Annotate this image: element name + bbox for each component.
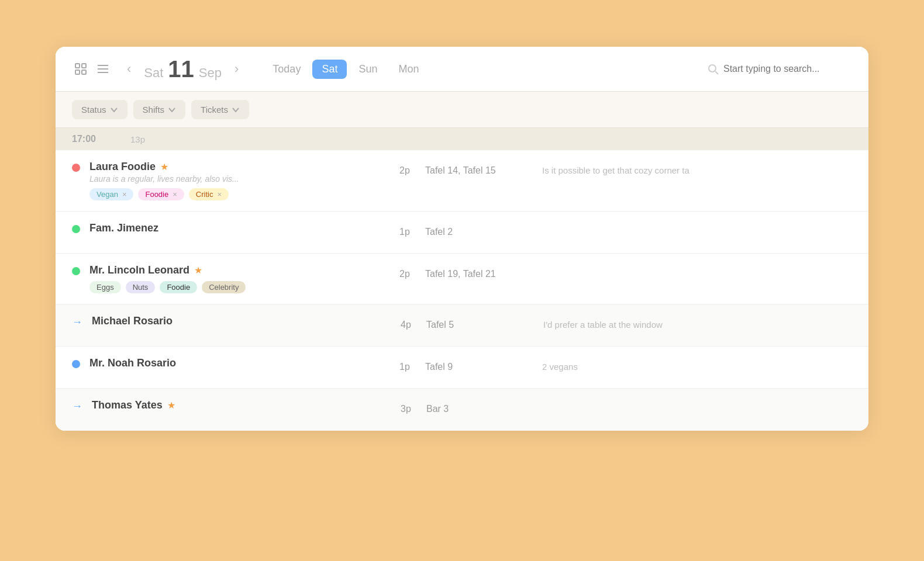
tab-today[interactable]: Today — [263, 60, 310, 79]
reservation-notes: 2 vegans — [542, 359, 852, 372]
svg-rect-2 — [75, 70, 80, 74]
tag-critic: Critic × — [189, 188, 229, 200]
svg-rect-1 — [82, 64, 86, 68]
grid-view-button[interactable] — [72, 60, 89, 78]
search-input[interactable] — [723, 64, 852, 74]
guest-name: Fam. Jimenez — [89, 222, 158, 234]
reservation-notes — [543, 401, 852, 404]
status-indicator-arrow: → — [72, 316, 82, 328]
chevron-down-icon — [168, 106, 176, 114]
reservation-details: Mr. Lincoln Leonard ★ Eggs Nuts Foodie C… — [89, 264, 399, 293]
status-indicator — [72, 164, 80, 172]
guest-count: 1p — [399, 359, 425, 372]
reservation-details: Mr. Noah Rosario — [89, 357, 399, 369]
toolbar: ‹ Sat 11 Sep › Today Sat Sun Mon — [56, 47, 868, 92]
date-day-name: Sat — [144, 65, 163, 81]
tag-remove-button[interactable]: × — [217, 190, 222, 199]
app-container: ‹ Sat 11 Sep › Today Sat Sun Mon Status … — [56, 47, 868, 431]
guest-count: 3p — [401, 401, 426, 414]
chevron-down-icon — [110, 106, 118, 114]
guest-name: Thomas Yates — [92, 399, 163, 411]
filter-tickets[interactable]: Tickets — [191, 100, 249, 119]
tab-sat[interactable]: Sat — [312, 60, 347, 79]
tag-nuts: Nuts — [126, 281, 156, 293]
reservation-row[interactable]: Mr. Noah Rosario 1p Tafel 9 2 vegans — [56, 347, 868, 389]
guest-tags: Vegan × Foodie × Critic × — [89, 188, 399, 200]
view-toggle — [72, 60, 112, 78]
reservation-row[interactable]: Fam. Jimenez 1p Tafel 2 — [56, 212, 868, 254]
reservation-row[interactable]: → Michael Rosario 4p Tafel 5 I'd prefer … — [56, 304, 868, 347]
guest-count: 4p — [401, 317, 426, 330]
reservations-list: Laura Foodie ★ Laura is a regular, lives… — [56, 150, 868, 431]
guest-name: Laura Foodie — [89, 161, 156, 173]
reservation-notes — [542, 266, 852, 269]
guest-count: 2p — [399, 163, 425, 176]
reservation-details: Fam. Jimenez — [89, 222, 399, 234]
tag-remove-button[interactable]: × — [173, 190, 177, 199]
table-assignment: Tafel 19, Tafel 21 — [425, 266, 542, 279]
guest-count: 2p — [399, 266, 425, 279]
tag-remove-button[interactable]: × — [122, 190, 127, 199]
table-assignment: Tafel 14, Tafel 15 — [425, 163, 542, 176]
tag-eggs: Eggs — [89, 281, 121, 293]
favorite-star-icon: ★ — [194, 265, 202, 276]
status-indicator-arrow: → — [72, 400, 82, 413]
search-area — [707, 63, 852, 75]
date-day-num: 11 — [168, 57, 194, 81]
svg-point-7 — [709, 65, 716, 72]
guest-subtitle: Laura is a regular, lives nearby, also v… — [89, 174, 399, 183]
time-label: 17:00 — [72, 134, 107, 144]
status-indicator — [72, 225, 80, 233]
table-assignment: Tafel 2 — [425, 224, 542, 237]
time-section-header: 17:00 13p — [56, 128, 868, 150]
table-assignment: Tafel 9 — [425, 359, 542, 372]
guest-name: Mr. Noah Rosario — [89, 357, 176, 369]
reservation-row[interactable]: Laura Foodie ★ Laura is a regular, lives… — [56, 150, 868, 212]
reservation-row[interactable]: → Thomas Yates ★ 3p Bar 3 — [56, 389, 868, 431]
reservation-row[interactable]: Mr. Lincoln Leonard ★ Eggs Nuts Foodie C… — [56, 254, 868, 304]
tab-sun[interactable]: Sun — [349, 60, 387, 79]
next-button[interactable]: › — [231, 60, 242, 78]
date-display: Sat 11 Sep — [144, 57, 222, 81]
table-assignment: Tafel 5 — [426, 317, 543, 330]
table-assignment: Bar 3 — [426, 401, 543, 414]
tab-mon[interactable]: Mon — [389, 60, 428, 79]
reservation-details: Thomas Yates ★ — [92, 399, 401, 411]
svg-rect-0 — [75, 64, 80, 68]
guest-name: Mr. Lincoln Leonard — [89, 264, 189, 276]
date-month: Sep — [199, 65, 222, 81]
tag-foodie: Foodie × — [138, 188, 184, 200]
reservation-notes: Is it possible to get that cozy corner t… — [542, 163, 852, 175]
nav-tabs: Today Sat Sun Mon — [263, 60, 428, 79]
favorite-star-icon: ★ — [167, 400, 175, 411]
guest-name: Michael Rosario — [92, 315, 173, 327]
filter-status[interactable]: Status — [72, 100, 127, 119]
tag-foodie2: Foodie — [160, 281, 197, 293]
tag-vegan: Vegan × — [89, 188, 133, 200]
prev-button[interactable]: ‹ — [123, 60, 135, 78]
reservation-notes: I'd prefer a table at the window — [543, 317, 852, 330]
reservation-details: Michael Rosario — [92, 315, 401, 327]
list-view-button[interactable] — [94, 60, 112, 78]
chevron-down-icon — [232, 106, 240, 114]
time-count: 13p — [130, 134, 145, 144]
search-icon — [707, 63, 719, 75]
filter-shifts[interactable]: Shifts — [133, 100, 186, 119]
favorite-star-icon: ★ — [160, 161, 168, 172]
reservation-details: Laura Foodie ★ Laura is a regular, lives… — [89, 161, 399, 200]
status-indicator — [72, 267, 80, 275]
guest-count: 1p — [399, 224, 425, 237]
tag-celebrity: Celebrity — [202, 281, 246, 293]
svg-rect-3 — [82, 70, 86, 74]
svg-line-8 — [715, 71, 718, 74]
filter-bar: Status Shifts Tickets — [56, 92, 868, 128]
reservation-notes — [542, 224, 852, 227]
guest-tags: Eggs Nuts Foodie Celebrity — [89, 281, 399, 293]
status-indicator — [72, 360, 80, 368]
